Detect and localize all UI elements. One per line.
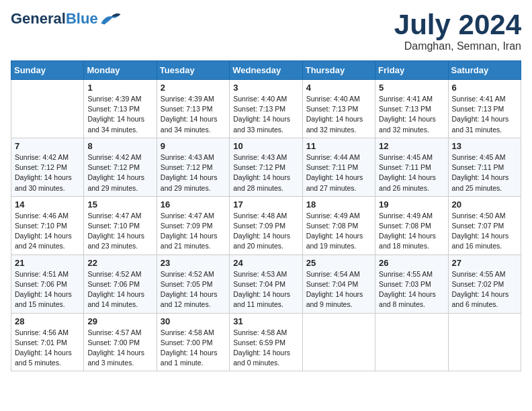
- calendar-cell: 20Sunrise: 4:50 AMSunset: 7:07 PMDayligh…: [448, 196, 521, 255]
- cell-daylight-info: Sunrise: 4:50 AMSunset: 7:07 PMDaylight:…: [452, 211, 517, 252]
- cell-daylight-info: Sunrise: 4:47 AMSunset: 7:09 PMDaylight:…: [161, 211, 226, 252]
- day-number: 16: [161, 199, 226, 210]
- calendar-cell: 4Sunrise: 4:40 AMSunset: 7:13 PMDaylight…: [302, 80, 375, 138]
- cell-daylight-info: Sunrise: 4:42 AMSunset: 7:12 PMDaylight:…: [15, 152, 80, 193]
- day-number: 3: [233, 83, 298, 93]
- calendar-cell: 25Sunrise: 4:54 AMSunset: 7:04 PMDayligh…: [302, 255, 375, 313]
- calendar-week-row: 7Sunrise: 4:42 AMSunset: 7:12 PMDaylight…: [11, 138, 521, 196]
- cell-daylight-info: Sunrise: 4:51 AMSunset: 7:06 PMDaylight:…: [15, 269, 80, 310]
- day-number: 26: [379, 258, 444, 268]
- calendar-cell: 29Sunrise: 4:57 AMSunset: 7:00 PMDayligh…: [84, 313, 157, 371]
- logo-bird-icon: [98, 11, 122, 27]
- day-number: 31: [233, 316, 298, 326]
- day-number: 11: [306, 141, 371, 151]
- cell-daylight-info: Sunrise: 4:39 AMSunset: 7:13 PMDaylight:…: [87, 94, 152, 135]
- day-number: 18: [306, 199, 371, 210]
- calendar-cell: 7Sunrise: 4:42 AMSunset: 7:12 PMDaylight…: [11, 138, 84, 196]
- logo-text: GeneralBlue: [11, 11, 98, 26]
- calendar-cell: 23Sunrise: 4:52 AMSunset: 7:05 PMDayligh…: [157, 255, 229, 313]
- calendar-cell: 31Sunrise: 4:58 AMSunset: 6:59 PMDayligh…: [230, 313, 302, 371]
- calendar-week-row: 21Sunrise: 4:51 AMSunset: 7:06 PMDayligh…: [11, 255, 521, 313]
- day-number: 9: [161, 141, 226, 151]
- cell-daylight-info: Sunrise: 4:48 AMSunset: 7:09 PMDaylight:…: [233, 211, 298, 252]
- calendar-cell: 21Sunrise: 4:51 AMSunset: 7:06 PMDayligh…: [11, 255, 84, 313]
- day-number: 15: [87, 199, 152, 210]
- weekday-header-tuesday: Tuesday: [157, 61, 229, 80]
- cell-daylight-info: Sunrise: 4:56 AMSunset: 7:01 PMDaylight:…: [15, 328, 80, 369]
- cell-daylight-info: Sunrise: 4:43 AMSunset: 7:12 PMDaylight:…: [233, 152, 298, 193]
- cell-daylight-info: Sunrise: 4:58 AMSunset: 7:00 PMDaylight:…: [161, 328, 226, 369]
- calendar-cell: 22Sunrise: 4:52 AMSunset: 7:06 PMDayligh…: [84, 255, 157, 313]
- day-number: 17: [233, 199, 298, 210]
- cell-daylight-info: Sunrise: 4:44 AMSunset: 7:11 PMDaylight:…: [306, 152, 371, 193]
- cell-daylight-info: Sunrise: 4:58 AMSunset: 6:59 PMDaylight:…: [233, 328, 298, 369]
- cell-daylight-info: Sunrise: 4:46 AMSunset: 7:10 PMDaylight:…: [15, 211, 80, 252]
- cell-daylight-info: Sunrise: 4:40 AMSunset: 7:13 PMDaylight:…: [233, 94, 298, 135]
- cell-daylight-info: Sunrise: 4:39 AMSunset: 7:13 PMDaylight:…: [161, 94, 226, 135]
- location: Damghan, Semnan, Iran: [394, 40, 521, 52]
- cell-daylight-info: Sunrise: 4:45 AMSunset: 7:11 PMDaylight:…: [452, 152, 517, 193]
- weekday-header-sunday: Sunday: [11, 61, 84, 80]
- day-number: 27: [452, 258, 517, 268]
- calendar-cell: 14Sunrise: 4:46 AMSunset: 7:10 PMDayligh…: [11, 196, 84, 255]
- cell-daylight-info: Sunrise: 4:52 AMSunset: 7:05 PMDaylight:…: [161, 269, 226, 310]
- cell-daylight-info: Sunrise: 4:57 AMSunset: 7:00 PMDaylight:…: [87, 328, 152, 369]
- day-number: 8: [87, 141, 152, 151]
- cell-daylight-info: Sunrise: 4:45 AMSunset: 7:11 PMDaylight:…: [379, 152, 444, 193]
- day-number: 6: [452, 83, 517, 93]
- cell-daylight-info: Sunrise: 4:49 AMSunset: 7:08 PMDaylight:…: [306, 211, 371, 252]
- weekday-header-monday: Monday: [84, 61, 157, 80]
- calendar-cell: 13Sunrise: 4:45 AMSunset: 7:11 PMDayligh…: [448, 138, 521, 196]
- calendar-week-row: 1Sunrise: 4:39 AMSunset: 7:13 PMDaylight…: [11, 80, 521, 138]
- cell-daylight-info: Sunrise: 4:49 AMSunset: 7:08 PMDaylight:…: [379, 211, 444, 252]
- page-header: GeneralBlue July 2024 Damghan, Semnan, I…: [11, 11, 521, 52]
- day-number: 28: [15, 316, 80, 326]
- day-number: 19: [379, 199, 444, 210]
- weekday-header-friday: Friday: [375, 61, 448, 80]
- day-number: 21: [15, 258, 80, 268]
- cell-daylight-info: Sunrise: 4:55 AMSunset: 7:03 PMDaylight:…: [379, 269, 444, 310]
- day-number: 4: [306, 83, 371, 93]
- cell-daylight-info: Sunrise: 4:52 AMSunset: 7:06 PMDaylight:…: [87, 269, 152, 310]
- calendar-cell: 6Sunrise: 4:41 AMSunset: 7:13 PMDaylight…: [448, 80, 521, 138]
- day-number: 10: [233, 141, 298, 151]
- calendar-cell: 24Sunrise: 4:53 AMSunset: 7:04 PMDayligh…: [230, 255, 302, 313]
- day-number: 30: [161, 316, 226, 326]
- calendar-cell: 26Sunrise: 4:55 AMSunset: 7:03 PMDayligh…: [375, 255, 448, 313]
- day-number: 24: [233, 258, 298, 268]
- weekday-header-wednesday: Wednesday: [230, 61, 302, 80]
- cell-daylight-info: Sunrise: 4:41 AMSunset: 7:13 PMDaylight:…: [452, 94, 517, 135]
- month-year: July 2024: [394, 11, 521, 39]
- cell-daylight-info: Sunrise: 4:47 AMSunset: 7:10 PMDaylight:…: [87, 211, 152, 252]
- calendar-cell: [11, 80, 84, 138]
- cell-daylight-info: Sunrise: 4:42 AMSunset: 7:12 PMDaylight:…: [87, 152, 152, 193]
- calendar-cell: 30Sunrise: 4:58 AMSunset: 7:00 PMDayligh…: [157, 313, 229, 371]
- calendar-week-row: 14Sunrise: 4:46 AMSunset: 7:10 PMDayligh…: [11, 196, 521, 255]
- day-number: 13: [452, 141, 517, 151]
- calendar-cell: 11Sunrise: 4:44 AMSunset: 7:11 PMDayligh…: [302, 138, 375, 196]
- calendar-cell: 3Sunrise: 4:40 AMSunset: 7:13 PMDaylight…: [230, 80, 302, 138]
- calendar-cell: 8Sunrise: 4:42 AMSunset: 7:12 PMDaylight…: [84, 138, 157, 196]
- cell-daylight-info: Sunrise: 4:53 AMSunset: 7:04 PMDaylight:…: [233, 269, 298, 310]
- cell-daylight-info: Sunrise: 4:55 AMSunset: 7:02 PMDaylight:…: [452, 269, 517, 310]
- cell-daylight-info: Sunrise: 4:43 AMSunset: 7:12 PMDaylight:…: [161, 152, 226, 193]
- calendar-cell: 10Sunrise: 4:43 AMSunset: 7:12 PMDayligh…: [230, 138, 302, 196]
- day-number: 25: [306, 258, 371, 268]
- day-number: 2: [161, 83, 226, 93]
- calendar-cell: 16Sunrise: 4:47 AMSunset: 7:09 PMDayligh…: [157, 196, 229, 255]
- day-number: 14: [15, 199, 80, 210]
- title-section: July 2024 Damghan, Semnan, Iran: [394, 11, 521, 52]
- calendar-cell: [448, 313, 521, 371]
- logo: GeneralBlue: [11, 11, 122, 27]
- calendar-cell: 15Sunrise: 4:47 AMSunset: 7:10 PMDayligh…: [84, 196, 157, 255]
- day-number: 22: [87, 258, 152, 268]
- weekday-header-saturday: Saturday: [448, 61, 521, 80]
- calendar-cell: 12Sunrise: 4:45 AMSunset: 7:11 PMDayligh…: [375, 138, 448, 196]
- day-number: 7: [15, 141, 80, 151]
- weekday-header-thursday: Thursday: [302, 61, 375, 80]
- calendar-cell: 27Sunrise: 4:55 AMSunset: 7:02 PMDayligh…: [448, 255, 521, 313]
- calendar-cell: 5Sunrise: 4:41 AMSunset: 7:13 PMDaylight…: [375, 80, 448, 138]
- cell-daylight-info: Sunrise: 4:54 AMSunset: 7:04 PMDaylight:…: [306, 269, 371, 310]
- calendar-table: SundayMondayTuesdayWednesdayThursdayFrid…: [11, 60, 521, 371]
- calendar-cell: 19Sunrise: 4:49 AMSunset: 7:08 PMDayligh…: [375, 196, 448, 255]
